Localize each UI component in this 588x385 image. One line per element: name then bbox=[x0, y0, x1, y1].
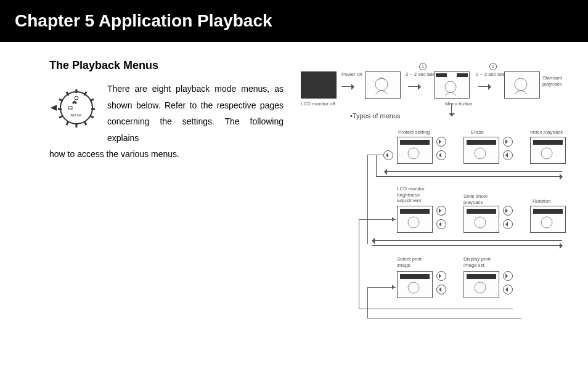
connector-line bbox=[359, 309, 513, 309]
standard-playback-label: Standard playback bbox=[542, 75, 562, 87]
rotation-label: Rotation bbox=[533, 198, 551, 205]
power-on-label: Power on bbox=[341, 71, 362, 78]
svg-point-30 bbox=[475, 217, 486, 228]
rotation-thumb bbox=[530, 206, 566, 233]
slide-thumb bbox=[463, 206, 499, 233]
step-thumb-2 bbox=[434, 71, 470, 99]
svg-rect-21 bbox=[400, 140, 430, 145]
protect-label: Protect setting bbox=[398, 129, 430, 136]
menu-flow-diagram: Power on LCD monitor off 1 2 ~ 3 sec lat… bbox=[301, 59, 571, 349]
svg-point-16 bbox=[375, 78, 388, 91]
svg-rect-33 bbox=[400, 274, 430, 279]
arrow-head-icon bbox=[392, 217, 397, 222]
arrow-icon bbox=[408, 84, 424, 90]
svg-point-24 bbox=[475, 148, 486, 159]
index-label: Index playback bbox=[530, 129, 563, 136]
svg-rect-23 bbox=[467, 140, 496, 145]
nav-right-button[interactable] bbox=[503, 137, 513, 147]
svg-rect-18 bbox=[457, 73, 468, 77]
svg-rect-31 bbox=[533, 209, 563, 214]
arrow-icon bbox=[478, 84, 494, 90]
nav-left-button[interactable] bbox=[503, 285, 513, 294]
svg-rect-35 bbox=[467, 274, 496, 279]
arrow-head-icon bbox=[392, 285, 397, 290]
connector-line bbox=[359, 219, 359, 309]
connector-line bbox=[367, 155, 368, 244]
nav-left-button[interactable] bbox=[436, 219, 446, 229]
svg-line-5 bbox=[90, 116, 94, 118]
lcd-bright-label: LCD monitor brightness adjustment bbox=[397, 186, 425, 204]
nav-right-button[interactable] bbox=[436, 137, 446, 147]
svg-point-26 bbox=[541, 148, 552, 159]
nav-arrows bbox=[369, 239, 566, 248]
lcd-bright-thumb bbox=[397, 206, 433, 233]
section-title: The Playback Menus bbox=[49, 59, 284, 72]
svg-text:SET UP: SET UP bbox=[70, 113, 82, 117]
page-content: The Playback Menus bbox=[0, 42, 588, 349]
connector-line bbox=[367, 155, 383, 155]
index-thumb bbox=[530, 137, 566, 164]
body-text-2: how to access the various menus. bbox=[49, 146, 284, 163]
select-print-thumb bbox=[397, 271, 433, 298]
slide-label: Slide show playback bbox=[463, 193, 488, 205]
arrow-down-icon bbox=[449, 103, 455, 120]
protect-thumb bbox=[397, 137, 433, 164]
chapter-title: Chapter 5 Application Playback bbox=[15, 11, 272, 30]
connector-line bbox=[367, 287, 368, 318]
svg-line-6 bbox=[84, 121, 86, 125]
arrow-icon bbox=[341, 84, 357, 90]
lcd-off-label: LCD monitor off bbox=[301, 101, 335, 107]
erase-label: Erase bbox=[471, 129, 484, 136]
svg-point-0 bbox=[60, 92, 92, 124]
svg-point-13 bbox=[75, 96, 78, 100]
svg-point-36 bbox=[475, 282, 486, 293]
connector-line bbox=[367, 318, 521, 318]
step-number-1: 1 bbox=[419, 63, 427, 70]
connector-line bbox=[359, 219, 396, 220]
nav-left-button[interactable] bbox=[383, 150, 393, 160]
svg-rect-27 bbox=[400, 209, 430, 214]
intro-row: SET UP There are eight playback mode men… bbox=[49, 84, 284, 146]
nav-left-button[interactable] bbox=[503, 150, 513, 160]
svg-rect-14 bbox=[68, 107, 72, 109]
svg-rect-25 bbox=[533, 140, 563, 145]
nav-left-button[interactable] bbox=[436, 285, 446, 294]
erase-thumb bbox=[463, 137, 499, 164]
svg-point-34 bbox=[408, 282, 419, 293]
display-print-thumb bbox=[463, 271, 499, 298]
mode-dial-icon: SET UP bbox=[49, 84, 99, 134]
svg-point-32 bbox=[541, 217, 552, 228]
nav-left-button[interactable] bbox=[436, 150, 446, 160]
svg-line-8 bbox=[67, 121, 68, 125]
chapter-header: Chapter 5 Application Playback bbox=[0, 0, 588, 42]
nav-right-button[interactable] bbox=[503, 206, 513, 216]
left-column: The Playback Menus bbox=[49, 59, 284, 349]
svg-line-9 bbox=[59, 116, 63, 118]
standard-playback-thumb bbox=[504, 71, 540, 99]
body-text-1: There are eight playback mode menus, as … bbox=[107, 81, 284, 146]
wait-label-2: 2 ~ 3 sec later. bbox=[476, 71, 508, 78]
connector-line bbox=[376, 176, 385, 177]
svg-point-20 bbox=[515, 78, 527, 91]
connector-line bbox=[376, 155, 377, 176]
nav-right-button[interactable] bbox=[436, 271, 446, 281]
nav-left-button[interactable] bbox=[503, 219, 513, 229]
nav-right-button[interactable] bbox=[436, 206, 446, 216]
svg-point-22 bbox=[408, 148, 419, 159]
wait-label-1: 2 ~ 3 sec later. bbox=[406, 71, 438, 78]
step-thumb-1 bbox=[365, 71, 401, 99]
lcd-off-thumb bbox=[301, 71, 337, 99]
display-print-label: Display print image list bbox=[463, 256, 491, 268]
svg-point-19 bbox=[445, 81, 456, 92]
svg-rect-17 bbox=[436, 73, 447, 77]
select-print-label: Select print image bbox=[397, 256, 422, 268]
step-number-2: 2 bbox=[489, 63, 497, 70]
svg-point-28 bbox=[408, 217, 419, 228]
types-of-menus-label: •Types of menus bbox=[350, 112, 401, 120]
nav-arrows bbox=[381, 170, 566, 179]
svg-rect-29 bbox=[467, 209, 496, 214]
nav-right-button[interactable] bbox=[503, 271, 513, 281]
